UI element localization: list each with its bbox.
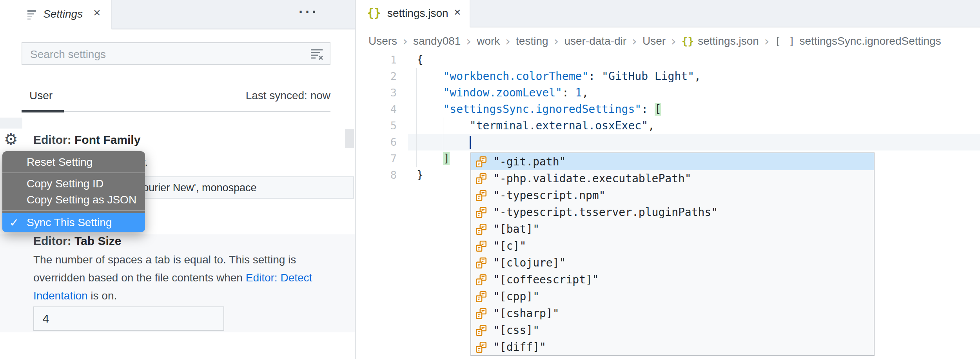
code-line[interactable]: "terminal.external.osxExec",	[417, 118, 701, 134]
suggest-item[interactable]: "[diff]"	[471, 339, 874, 355]
suggest-item[interactable]: "[clojure]"	[471, 254, 874, 271]
tab-settings-json-label[interactable]: settings.json	[387, 7, 448, 20]
array-symbol-icon: [ ]	[775, 35, 796, 47]
suggest-item[interactable]: "[c]"	[471, 238, 874, 254]
settings-list-icon	[27, 10, 39, 20]
setting-tab-size-description: The number of spaces a tab is equal to. …	[33, 251, 339, 305]
more-actions-icon[interactable]: ···	[299, 4, 319, 20]
setting-font-family-title: Editor: Font Family	[33, 133, 140, 147]
breadcrumb-item-user-data-dir[interactable]: user-data-dir	[564, 35, 626, 47]
breadcrumb-item-settings-json[interactable]: {}settings.json	[682, 35, 759, 47]
breadcrumb-separator-icon: ›	[632, 34, 637, 49]
code-token: "settingsSync.ignoredSettings"	[443, 103, 641, 116]
gear-icon[interactable]: ⚙	[4, 130, 18, 148]
suggest-item[interactable]: "-git.path"	[471, 153, 874, 170]
line-number: 6	[356, 134, 397, 150]
search-settings-input[interactable]: Search settings	[22, 42, 330, 65]
breadcrumb-separator-icon: ›	[554, 34, 559, 49]
scope-tab-user[interactable]: User	[29, 89, 53, 102]
code-line[interactable]: "window.zoomLevel": 1,	[417, 85, 701, 101]
code-line[interactable]	[417, 134, 701, 150]
suggest-item[interactable]: "[css]"	[471, 322, 874, 339]
tab-size-value: 4	[43, 307, 49, 330]
line-number: 4	[356, 101, 397, 118]
tab-settings-json-close-icon[interactable]: ×	[454, 5, 461, 19]
clear-filters-icon[interactable]	[309, 47, 325, 62]
line-number: 1	[356, 52, 397, 68]
suggest-item[interactable]: "[bat]"	[471, 221, 874, 238]
scrollbar-thumb[interactable]	[345, 129, 354, 148]
code-token	[417, 70, 443, 83]
menu-separator	[2, 210, 145, 211]
suggest-item-label: "[css]"	[493, 324, 539, 337]
last-synced-label: Last synced: now	[213, 89, 330, 102]
tab-settings-label[interactable]: Settings	[43, 8, 83, 20]
menu-item-sync-this-setting[interactable]: ✓Sync This Setting	[2, 213, 145, 232]
suggest-item[interactable]: "[cpp]"	[471, 288, 874, 305]
menu-item-reset-setting[interactable]: Reset Setting	[2, 154, 145, 170]
breadcrumb-item-users[interactable]: Users	[368, 35, 397, 47]
setting-category: Editor:	[33, 133, 71, 146]
line-number: 3	[356, 85, 397, 101]
breadcrumb-item-user[interactable]: User	[642, 35, 666, 47]
suggest-item-label: "[cpp]"	[493, 290, 539, 303]
code-token: ]	[443, 152, 450, 165]
line-number: 5	[356, 118, 397, 134]
suggest-item-label: "[csharp]"	[493, 307, 559, 320]
json-file-icon: {}	[367, 6, 381, 20]
code-token: "GitHub Light"	[602, 70, 694, 83]
suggest-item[interactable]: "[csharp]"	[471, 305, 874, 322]
line-number-gutter: 12345678	[356, 52, 397, 183]
scope-underline	[22, 111, 330, 112]
menu-item-copy-setting-id[interactable]: Copy Setting ID	[2, 176, 145, 192]
suggest-item[interactable]: "-typescript.npm"	[471, 187, 874, 204]
code-token: ,	[648, 119, 655, 132]
suggest-item[interactable]: "[coffeescript]"	[471, 271, 874, 288]
line-number: 2	[356, 68, 397, 85]
code-token: [	[655, 103, 661, 116]
property-icon	[475, 172, 488, 185]
breadcrumb-item-settingssync-ignoredsettings[interactable]: [ ]settingsSync.ignoredSettings	[775, 35, 941, 47]
suggest-item[interactable]: "-typescript.tsserver.pluginPaths"	[471, 204, 874, 221]
suggest-item-label: "[clojure]"	[493, 256, 566, 269]
code-token	[417, 152, 443, 165]
breadcrumb-item-work[interactable]: work	[477, 35, 500, 47]
code-token: :	[562, 86, 575, 99]
tab-size-input[interactable]: 4	[33, 306, 224, 331]
toc-row-remnant	[0, 118, 22, 129]
menu-separator	[2, 172, 145, 173]
property-icon	[475, 274, 488, 286]
code-token: "terminal.external.osxExec"	[470, 119, 648, 132]
breadcrumb-item-sandy081[interactable]: sandy081	[413, 35, 461, 47]
menu-item-copy-setting-as-json[interactable]: Copy Setting as JSON	[2, 192, 145, 208]
setting-name: Tab Size	[74, 234, 121, 247]
breadcrumb-item-testing[interactable]: testing	[516, 35, 548, 47]
property-icon	[475, 257, 488, 269]
tab-settings-close-icon[interactable]: ×	[93, 6, 101, 19]
code-line[interactable]: {	[417, 52, 701, 68]
tab-settings-json[interactable]: {} settings.json ×	[356, 0, 470, 27]
breadcrumb-separator-icon: ›	[403, 34, 408, 49]
code-token: "workbench.colorTheme"	[443, 70, 588, 83]
code-line[interactable]: "settingsSync.ignoredSettings": [	[417, 101, 701, 118]
code-token: ,	[694, 70, 701, 83]
property-icon	[475, 324, 488, 337]
property-icon	[475, 189, 488, 202]
suggest-item-label: "[c]"	[493, 239, 526, 252]
code-token	[417, 119, 470, 132]
breadcrumb-separator-icon: ›	[671, 34, 676, 49]
context-menu: Reset SettingCopy Setting IDCopy Setting…	[2, 151, 145, 232]
property-icon	[475, 206, 488, 219]
code-token: :	[641, 103, 655, 116]
code-line[interactable]: "workbench.colorTheme": "GitHub Light",	[417, 68, 701, 85]
scope-underline-active	[22, 110, 64, 112]
property-icon	[475, 341, 488, 354]
code-token: ,	[582, 86, 588, 99]
suggest-item-label: "-typescript.npm"	[493, 189, 606, 202]
settings-tabbar-border	[112, 29, 355, 29]
property-icon	[475, 240, 488, 252]
setting-category: Editor:	[33, 234, 71, 247]
suggest-item[interactable]: "-php.validate.executablePath"	[471, 170, 874, 187]
setting-name: Font Family	[74, 133, 140, 146]
suggest-item-label: "-typescript.tsserver.pluginPaths"	[493, 206, 718, 219]
